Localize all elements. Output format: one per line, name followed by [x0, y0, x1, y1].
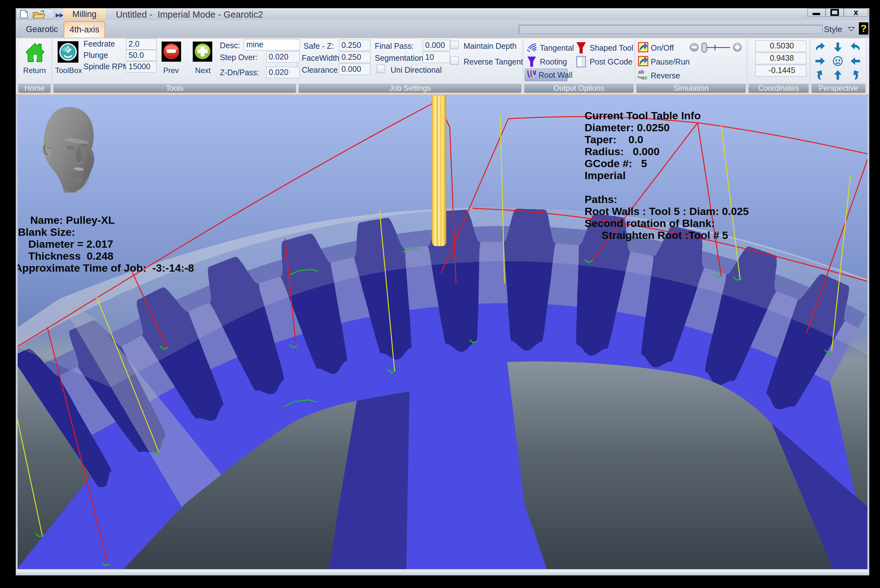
svg-text:Imperial: Imperial: [584, 170, 626, 181]
svg-text:GCode #: 5: GCode #: 5: [584, 158, 647, 170]
svg-text:a: a: [641, 75, 644, 80]
svg-text:Root Walls : Tool 5 : Diam: 0.: Root Walls : Tool 5 : Diam: 0.025: [584, 205, 749, 217]
svg-text:Second rotation of Blank:: Second rotation of Blank:: [584, 217, 715, 229]
svg-text:Diameter = 2.017: Diameter = 2.017: [29, 238, 113, 250]
svg-text:Straighten Root :Tool # 5: Straighten Root :Tool # 5: [602, 229, 728, 241]
svg-text:Taper: 0.0: Taper: 0.0: [584, 134, 643, 146]
svg-text:ab: ab: [638, 69, 644, 75]
svg-text:Paths:: Paths:: [584, 193, 617, 205]
svg-text:Radius: 0.000: Radius: 0.000: [584, 146, 659, 158]
svg-text:c: c: [644, 75, 647, 80]
svg-text:Current Tool Table Info: Current Tool Table Info: [584, 110, 701, 122]
svg-text:Name: Pulley-XL: Name: Pulley-XL: [30, 214, 115, 226]
svg-text:Diameter: 0.0250: Diameter: 0.0250: [584, 122, 670, 134]
svg-text:Thickness 0.248: Thickness 0.248: [29, 250, 113, 262]
svg-text:Blank Size:: Blank Size:: [18, 226, 75, 238]
svg-text:Approximate Time of Job: -3:-: Approximate Time of Job: -3:-14:-8: [18, 262, 194, 274]
